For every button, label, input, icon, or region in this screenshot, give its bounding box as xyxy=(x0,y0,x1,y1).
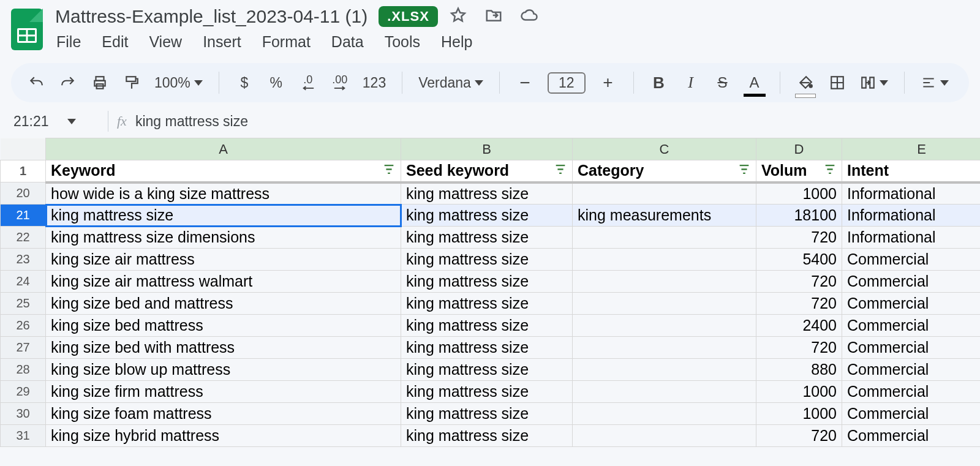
cell-seed[interactable]: king mattress size xyxy=(401,381,573,403)
cell-volume[interactable]: 720 xyxy=(756,227,842,249)
cell-keyword[interactable]: king size bed mattress xyxy=(46,315,401,337)
cell-keyword[interactable]: how wide is a king size mattress xyxy=(46,182,401,205)
cell-keyword[interactable]: king size bed and mattress xyxy=(46,293,401,315)
borders-button[interactable] xyxy=(828,72,846,93)
row-number[interactable]: 23 xyxy=(1,249,46,271)
cell-intent[interactable]: Commercial xyxy=(842,315,981,337)
move-to-folder-icon[interactable] xyxy=(484,6,503,27)
font-select[interactable]: Verdana xyxy=(418,72,483,93)
cell-category[interactable] xyxy=(573,227,756,249)
row-number[interactable]: 24 xyxy=(1,271,46,293)
cell-category[interactable] xyxy=(573,271,756,293)
sheets-app-icon[interactable] xyxy=(11,9,43,50)
cell-category[interactable] xyxy=(573,315,756,337)
menu-format[interactable]: Format xyxy=(262,33,311,51)
cell-intent[interactable]: Commercial xyxy=(842,403,981,425)
cell-volume[interactable]: 18100 xyxy=(756,205,842,227)
cell-seed[interactable]: king mattress size xyxy=(401,182,573,205)
menu-data[interactable]: Data xyxy=(331,33,364,51)
document-title[interactable]: Mattress-Example_list_2023-04-11 (1) xyxy=(55,6,368,27)
row-number[interactable]: 29 xyxy=(1,381,46,403)
cell-seed[interactable]: king mattress size xyxy=(401,249,573,271)
format-currency-button[interactable]: $ xyxy=(235,72,254,93)
formula-input[interactable]: king mattress size xyxy=(135,113,248,130)
cell-volume[interactable]: 720 xyxy=(756,337,842,359)
cell-seed[interactable]: king mattress size xyxy=(401,403,573,425)
menu-help[interactable]: Help xyxy=(441,33,472,51)
row-number[interactable]: 30 xyxy=(1,403,46,425)
merge-cells-button[interactable] xyxy=(860,72,888,93)
header-cell-volume[interactable]: Volum xyxy=(756,160,842,182)
font-size-input[interactable]: 12 xyxy=(548,72,586,94)
menu-view[interactable]: View xyxy=(149,33,182,51)
cell-intent[interactable]: Commercial xyxy=(842,359,981,381)
cell-keyword[interactable]: king size air mattress walmart xyxy=(46,271,401,293)
header-cell-intent[interactable]: Intent xyxy=(842,160,981,182)
cell-keyword[interactable]: king size blow up mattress xyxy=(46,359,401,381)
print-icon[interactable] xyxy=(91,72,109,93)
column-header-E[interactable]: E xyxy=(842,138,981,160)
cell-intent[interactable]: Informational xyxy=(842,227,981,249)
cell-volume[interactable]: 720 xyxy=(756,425,842,447)
cell-category[interactable] xyxy=(573,182,756,205)
cell-category[interactable] xyxy=(573,403,756,425)
cell-intent[interactable]: Commercial xyxy=(842,249,981,271)
cell-category[interactable] xyxy=(573,293,756,315)
row-number[interactable]: 27 xyxy=(1,337,46,359)
menu-insert[interactable]: Insert xyxy=(203,33,241,51)
menu-tools[interactable]: Tools xyxy=(385,33,420,51)
paint-format-icon[interactable] xyxy=(123,72,141,93)
cell-intent[interactable]: Informational xyxy=(842,182,981,205)
cell-category[interactable] xyxy=(573,337,756,359)
header-cell-seed[interactable]: Seed keyword xyxy=(401,160,573,182)
horizontal-align-button[interactable] xyxy=(921,72,949,93)
cell-volume[interactable]: 1000 xyxy=(756,182,842,205)
cell-seed[interactable]: king mattress size xyxy=(401,337,573,359)
cell-volume[interactable]: 5400 xyxy=(756,249,842,271)
cell-seed[interactable]: king mattress size xyxy=(401,315,573,337)
cell-keyword[interactable]: king size firm mattress xyxy=(46,381,401,403)
column-header-C[interactable]: C xyxy=(573,138,756,160)
cell-intent[interactable]: Commercial xyxy=(842,293,981,315)
header-cell-keyword[interactable]: Keyword xyxy=(46,160,401,182)
text-color-button[interactable]: A xyxy=(745,72,764,93)
header-cell-category[interactable]: Category xyxy=(573,160,756,182)
cell-volume[interactable]: 880 xyxy=(756,359,842,381)
cloud-status-icon[interactable] xyxy=(520,6,538,27)
cell-seed[interactable]: king mattress size xyxy=(401,425,573,447)
row-number[interactable]: 25 xyxy=(1,293,46,315)
cell-volume[interactable]: 720 xyxy=(756,271,842,293)
filter-icon[interactable] xyxy=(554,162,567,179)
spreadsheet-grid[interactable]: A B C D E 1 Keyword Seed keyword Categor… xyxy=(0,138,980,447)
cell-seed[interactable]: king mattress size xyxy=(401,271,573,293)
row-number[interactable]: 20 xyxy=(1,182,46,205)
row-number[interactable]: 26 xyxy=(1,315,46,337)
cell-intent[interactable]: Commercial xyxy=(842,425,981,447)
zoom-select[interactable]: 100% xyxy=(154,72,203,93)
font-size-increase[interactable]: + xyxy=(599,72,617,93)
cell-seed[interactable]: king mattress size xyxy=(401,293,573,315)
italic-button[interactable]: I xyxy=(682,72,700,93)
redo-icon[interactable] xyxy=(59,72,77,93)
column-header-D[interactable]: D xyxy=(756,138,842,160)
cell-keyword[interactable]: king size foam mattress xyxy=(46,403,401,425)
cell-intent[interactable]: Commercial xyxy=(842,381,981,403)
name-box[interactable]: 21:21 xyxy=(13,113,99,130)
row-number[interactable]: 21 xyxy=(1,205,46,227)
undo-icon[interactable] xyxy=(27,72,45,93)
cell-volume[interactable]: 2400 xyxy=(756,315,842,337)
cell-seed[interactable]: king mattress size xyxy=(401,205,573,227)
strikethrough-button[interactable]: S xyxy=(714,72,732,93)
cell-keyword[interactable]: king size bed with mattress xyxy=(46,337,401,359)
cell-category[interactable] xyxy=(573,425,756,447)
cell-intent[interactable]: Informational xyxy=(842,205,981,227)
increase-decimal-button[interactable]: .00 xyxy=(331,72,349,93)
cell-intent[interactable]: Commercial xyxy=(842,271,981,293)
cell-volume[interactable]: 720 xyxy=(756,293,842,315)
column-header-B[interactable]: B xyxy=(401,138,573,160)
format-123-button[interactable]: 123 xyxy=(363,72,386,93)
row-number[interactable]: 1 xyxy=(1,160,46,182)
cell-keyword[interactable]: king size air mattress xyxy=(46,249,401,271)
cell-category[interactable]: king measurements xyxy=(573,205,756,227)
cell-seed[interactable]: king mattress size xyxy=(401,227,573,249)
